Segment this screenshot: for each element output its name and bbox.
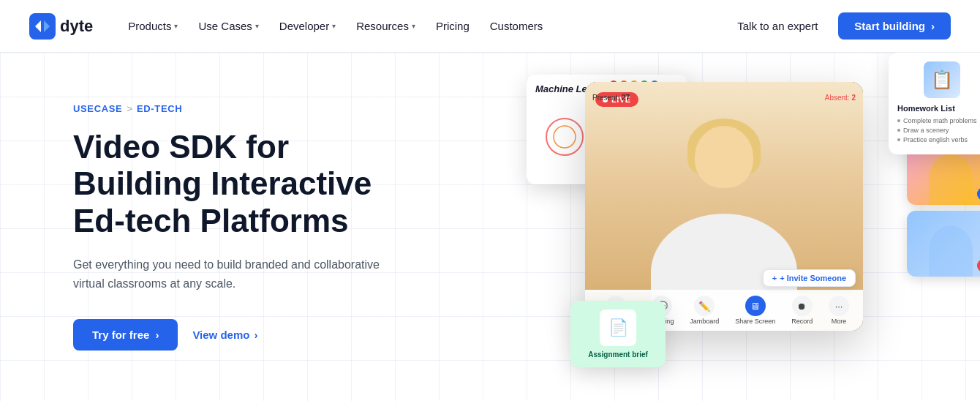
bullet-icon (897, 129, 900, 132)
jamboard-icon: ✏️ (694, 296, 715, 316)
video-card: LIVE Present: 27 Absent: 2 + + Invite So… (585, 82, 863, 331)
try-free-arrow-icon: › (155, 329, 159, 341)
nav-right: Talk to an expert Start building › (728, 12, 951, 40)
nav-resources[interactable]: Resources ▾ (347, 14, 424, 38)
more-icon: ··· (829, 296, 849, 316)
homework-book-icon: 📋 (924, 61, 960, 98)
record-control[interactable]: ⏺ Record (791, 296, 813, 325)
breadcrumb: USECASE > ED-TECH (73, 103, 410, 114)
svg-point-2 (554, 126, 576, 148)
try-free-button[interactable]: Try for free › (73, 319, 178, 351)
logo-text: dyte (60, 17, 93, 36)
breadcrumb-usecase: USECASE (73, 103, 122, 114)
invite-banner[interactable]: + + Invite Someone (763, 269, 856, 287)
share-screen-icon: 🖥 (745, 296, 766, 316)
products-chevron-icon: ▾ (174, 22, 178, 30)
person-head (695, 126, 753, 188)
bullet-icon (897, 138, 900, 141)
nav-products[interactable]: Products ▾ (119, 14, 186, 38)
logo[interactable]: dyte (29, 13, 93, 40)
hero-subtitle: Get everything you need to build branded… (73, 255, 380, 293)
resources-chevron-icon: ▾ (412, 22, 415, 30)
bullet-icon (897, 119, 900, 122)
hero-title: Video SDK for Building Interactive Ed-te… (73, 129, 410, 240)
assignment-brief-icon: 📄 (600, 310, 636, 346)
svg-point-1 (546, 119, 583, 155)
present-count: Present: 27 (592, 94, 630, 102)
assignment-card: 📄 Assignment brief (570, 301, 666, 367)
hero-left: USECASE > ED-TECH Video SDK for Building… (0, 59, 410, 395)
homework-item-2: Draw a scenery (897, 127, 980, 134)
nav-pricing[interactable]: Pricing (427, 14, 478, 38)
navbar: dyte Products ▾ Use Cases ▾ Developer ▾ … (0, 0, 980, 53)
record-icon: ⏺ (792, 296, 813, 316)
breadcrumb-separator: > (127, 103, 132, 114)
more-control[interactable]: ··· More (829, 296, 849, 325)
svg-rect-0 (29, 13, 56, 40)
thumbnail-3: 2 (907, 211, 980, 277)
homework-icon-area: 📋 (897, 61, 980, 98)
view-demo-button[interactable]: View demo › (192, 329, 257, 341)
arrow-right-icon: › (931, 20, 935, 32)
jamboard-control[interactable]: ✏️ Jamboard (690, 296, 719, 325)
assignment-card-label: Assignment brief (588, 351, 648, 359)
main-container: USECASE > ED-TECH Video SDK for Building… (0, 53, 980, 401)
absent-count: Absent: 2 (825, 94, 856, 102)
plus-icon: + (772, 274, 777, 282)
homework-item-3: Practice english verbs (897, 136, 980, 143)
view-demo-arrow-icon: › (254, 329, 257, 341)
nav-customers[interactable]: Customers (481, 14, 552, 38)
hero-buttons: Try for free › View demo › (73, 319, 410, 351)
homework-card: 📋 Homework List Complete math problems D… (889, 53, 980, 154)
homework-item-1: Complete math problems (897, 117, 980, 124)
use-cases-chevron-icon: ▾ (255, 22, 259, 30)
hero-illustration: Machine Learning 101 ✏️ (527, 60, 980, 401)
breadcrumb-edtech: ED-TECH (137, 103, 182, 114)
nav-use-cases[interactable]: Use Cases ▾ (189, 14, 267, 38)
nav-links: Products ▾ Use Cases ▾ Developer ▾ Resou… (119, 14, 728, 38)
homework-card-title: Homework List (897, 104, 980, 113)
thumb-3-face (907, 211, 980, 277)
participants-bar: Present: 27 Absent: 2 (585, 89, 863, 106)
start-building-button[interactable]: Start building › (838, 12, 951, 40)
share-screen-control[interactable]: 🖥 Share Screen (735, 296, 775, 325)
nav-developer[interactable]: Developer ▾ (271, 14, 344, 38)
developer-chevron-icon: ▾ (332, 22, 336, 30)
talk-to-expert-link[interactable]: Talk to an expert (728, 14, 826, 38)
